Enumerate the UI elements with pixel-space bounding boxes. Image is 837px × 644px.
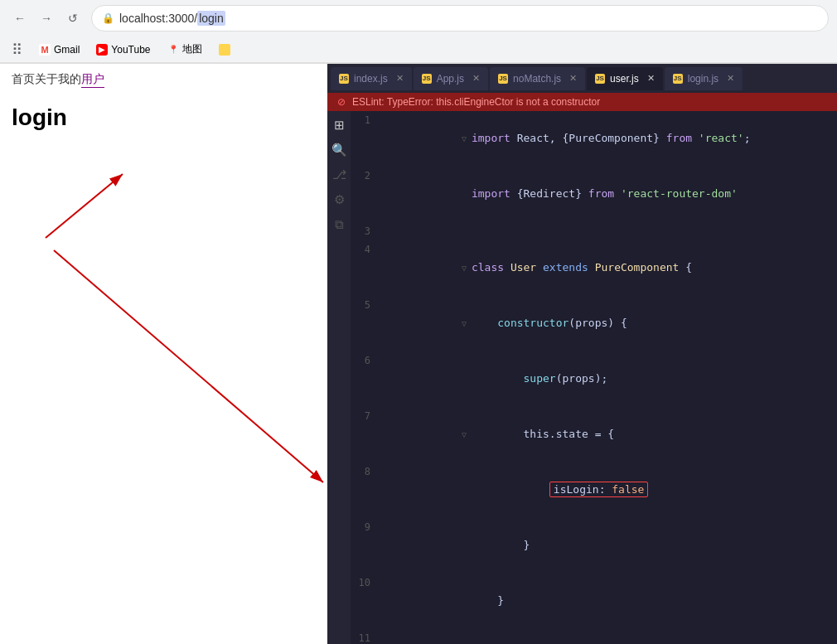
close-tab-icon[interactable]: ✕	[569, 73, 577, 84]
code-line-2: 2 import {Redirect} from 'react-router-d…	[351, 167, 837, 222]
nav-links: 首页 关于我的 用户	[12, 72, 316, 88]
left-panel: ⊞ 🔍 ⎇ ⚙ ⧉	[327, 111, 351, 644]
maps-label: 地图	[182, 42, 202, 56]
tab-label: noMatch.js	[513, 73, 561, 85]
page-login-title: login	[12, 104, 316, 131]
tab-label: index.js	[354, 73, 388, 85]
search-icon[interactable]: 🔍	[331, 143, 347, 157]
tab-label: user.js	[610, 73, 639, 85]
bookmark-gmail[interactable]: M Gmail	[36, 42, 83, 57]
forward-button[interactable]: →	[35, 7, 58, 30]
folder-icon	[219, 44, 230, 56]
address-text: localhost:3000/login	[119, 12, 225, 25]
address-bar[interactable]: 🔒 localhost:3000/login	[91, 5, 829, 31]
editor-tabs: JS index.js ✕ JS App.js ✕ JS noMatch.js …	[327, 64, 837, 93]
extensions-icon[interactable]: ⧉	[335, 217, 344, 232]
debug-icon[interactable]: ⚙	[334, 192, 345, 207]
code-line-1: 1 ▽import React, {PureComponent} from 'r…	[351, 111, 837, 167]
tab-app-js[interactable]: JS App.js ✕	[414, 67, 488, 90]
code-line-4: 4 ▽class User extends PureComponent {	[351, 240, 837, 296]
code-line-3: 3	[351, 222, 837, 240]
youtube-label: YouTube	[111, 44, 150, 56]
nav-home[interactable]: 首页	[12, 72, 35, 88]
reload-button[interactable]: ↺	[61, 7, 85, 30]
tab-label: login.js	[688, 73, 718, 85]
youtube-icon: ▶	[96, 44, 108, 56]
tab-index-js[interactable]: JS index.js ✕	[331, 67, 412, 90]
tab-label: App.js	[437, 73, 464, 85]
code-line-8: 8 isLogin: false	[351, 462, 837, 518]
close-tab-icon[interactable]: ✕	[472, 73, 480, 84]
nav-about[interactable]: 关于我的	[35, 72, 81, 88]
nav-user[interactable]: 用户	[81, 72, 104, 88]
tab-user-js[interactable]: JS user.js ✕	[587, 67, 663, 90]
back-button[interactable]: ←	[8, 7, 31, 30]
bookmarks-bar: ⠿ M Gmail ▶ YouTube 📍 地图	[0, 36, 837, 63]
js-icon: JS	[498, 74, 508, 84]
code-line-10: 10 }	[351, 574, 837, 629]
close-tab-icon[interactable]: ✕	[647, 73, 655, 84]
git-icon[interactable]: ⎇	[332, 167, 346, 182]
js-icon: JS	[595, 74, 605, 84]
explorer-icon[interactable]: ⊞	[334, 118, 345, 133]
bookmark-maps[interactable]: 📍 地图	[164, 41, 206, 58]
editor-pane: JS index.js ✕ JS App.js ✕ JS noMatch.js …	[327, 64, 837, 644]
maps-icon: 📍	[167, 44, 179, 56]
code-area[interactable]: 1 ▽import React, {PureComponent} from 'r…	[351, 111, 837, 644]
browser-chrome: ← → ↺ 🔒 localhost:3000/login ⠿ M Gmail ▶…	[0, 0, 837, 64]
code-line-9: 9 }	[351, 518, 837, 574]
error-bar: ⊘ ESLint: TypeError: this.cliEngineCtor …	[327, 93, 837, 111]
tab-nomatch-js[interactable]: JS noMatch.js ✕	[490, 67, 585, 90]
gmail-icon: M	[39, 44, 51, 56]
browser-nav: ← → ↺ 🔒 localhost:3000/login	[0, 0, 837, 36]
close-tab-icon[interactable]: ✕	[396, 73, 404, 84]
code-line-7: 7 ▽ this.state = {	[351, 407, 837, 462]
address-highlight: login	[197, 11, 225, 26]
js-icon: JS	[422, 74, 432, 84]
lock-icon: 🔒	[102, 12, 114, 24]
code-line-6: 6 super(props);	[351, 351, 837, 407]
error-message: ESLint: TypeError: this.cliEngineCtor is…	[352, 96, 600, 108]
tab-login-js[interactable]: JS login.js ✕	[665, 67, 743, 90]
error-icon: ⊘	[337, 96, 346, 108]
bookmark-youtube[interactable]: ▶ YouTube	[93, 42, 153, 57]
bookmark-folder[interactable]	[215, 42, 234, 57]
code-line-5: 5 ▽ constructor(props) {	[351, 296, 837, 351]
close-tab-icon[interactable]: ✕	[727, 73, 734, 84]
apps-icon[interactable]: ⠿	[8, 39, 26, 61]
code-line-11: 11 ↑▽ render() {	[351, 629, 837, 644]
gmail-label: Gmail	[54, 44, 80, 56]
js-icon: JS	[673, 74, 683, 84]
browser-pane: 首页 关于我的 用户 login	[0, 64, 327, 644]
js-icon: JS	[339, 74, 349, 84]
